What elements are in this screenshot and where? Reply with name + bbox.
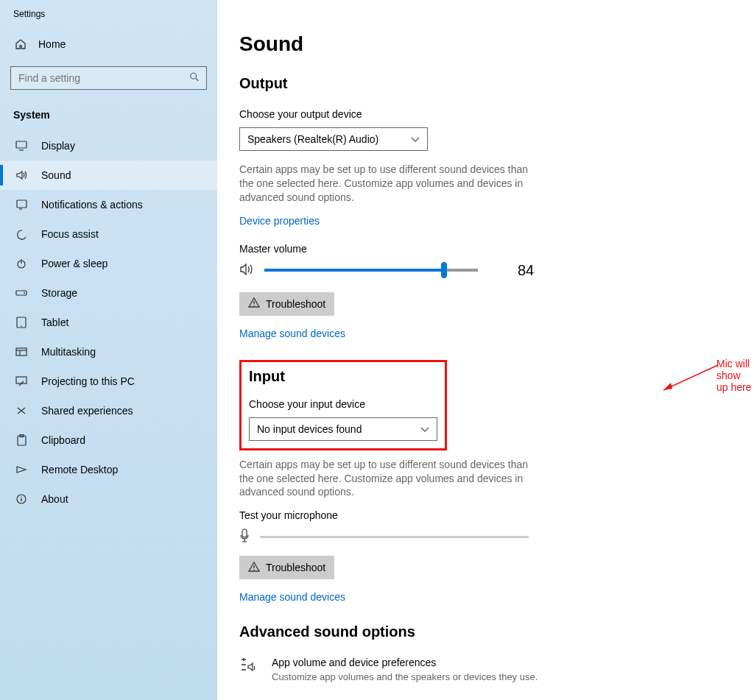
output-device-properties-link[interactable]: Device properties: [239, 215, 754, 227]
nav-item-label: Focus assist: [41, 228, 99, 240]
display-icon: [15, 141, 28, 151]
sidebar: Settings Home System Display Sound Notif…: [0, 0, 217, 700]
nav-item-label: Sound: [41, 169, 71, 181]
input-device-dropdown[interactable]: No input devices found: [249, 417, 437, 441]
tablet-icon: [15, 317, 28, 328]
shared-icon: [15, 406, 28, 416]
input-manage-devices-link[interactable]: Manage sound devices: [239, 591, 754, 603]
notifications-icon: [15, 199, 28, 210]
nav-item-label: Clipboard: [41, 434, 85, 446]
svg-rect-22: [242, 529, 247, 537]
input-choose-label: Choose your input device: [249, 398, 437, 410]
output-manage-devices-link[interactable]: Manage sound devices: [239, 328, 754, 339]
home-icon: [15, 38, 27, 50]
svg-point-19: [21, 496, 22, 498]
nav-focus-assist[interactable]: Focus assist: [0, 219, 217, 249]
input-section-highlighted: Input Choose your input device No input …: [239, 360, 447, 450]
app-volume-preferences-row[interactable]: App volume and device preferences Custom…: [239, 657, 754, 682]
svg-marker-26: [663, 383, 672, 390]
about-icon: [15, 494, 28, 504]
output-section-title: Output: [239, 75, 754, 92]
svg-rect-14: [16, 377, 27, 383]
button-label: Troubleshoot: [266, 562, 325, 573]
output-helper-text: Certain apps may be set up to use differ…: [239, 163, 541, 205]
output-troubleshoot-button[interactable]: Troubleshoot: [239, 292, 334, 316]
output-choose-label: Choose your output device: [239, 108, 754, 120]
svg-point-0: [191, 73, 197, 79]
warning-icon: [248, 562, 260, 574]
master-volume-slider[interactable]: [264, 269, 478, 272]
nav-tablet[interactable]: Tablet: [0, 308, 217, 337]
output-device-value: Speakers (Realtek(R) Audio): [247, 133, 378, 145]
chevron-down-icon: [420, 423, 429, 435]
input-troubleshoot-button[interactable]: Troubleshoot: [239, 556, 334, 579]
button-label: Troubleshoot: [266, 298, 325, 310]
svg-point-24: [253, 569, 255, 570]
clipboard-icon: [15, 434, 28, 446]
sound-icon: [15, 170, 28, 180]
window-title: Settings: [0, 9, 217, 32]
svg-rect-4: [17, 200, 27, 208]
remote-desktop-icon: [15, 465, 28, 474]
svg-point-8: [24, 292, 25, 294]
nav-item-label: Tablet: [41, 317, 68, 328]
advanced-section-title: Advanced sound options: [239, 623, 754, 640]
nav-item-label: Power & sleep: [41, 258, 108, 269]
nav-home-label: Home: [38, 38, 66, 50]
warning-icon: [248, 297, 260, 310]
svg-rect-2: [16, 141, 27, 148]
nav-item-label: Shared experiences: [41, 405, 133, 417]
annotation-text: Mic will show up here: [716, 358, 754, 393]
svg-line-1: [196, 78, 199, 81]
main-content: Sound Output Choose your output device S…: [217, 0, 754, 700]
nav-storage[interactable]: Storage: [0, 278, 217, 308]
nav-projecting[interactable]: Projecting to this PC: [0, 367, 217, 396]
nav-item-label: Multitasking: [41, 346, 96, 358]
svg-line-25: [663, 365, 718, 390]
input-device-value: No input devices found: [257, 423, 362, 435]
app-volume-subtitle: Customize app volumes and the speakers o…: [272, 671, 538, 682]
master-volume-label: Master volume: [239, 243, 754, 255]
microphone-icon: [239, 528, 250, 545]
focus-assist-icon: [15, 229, 28, 240]
nav-sound[interactable]: Sound: [0, 160, 217, 190]
nav-item-label: Projecting to this PC: [41, 375, 135, 387]
nav-group-label: System: [0, 90, 217, 131]
search-input[interactable]: [10, 66, 207, 90]
svg-point-21: [253, 305, 255, 306]
mic-level-bar: [260, 536, 529, 538]
projecting-icon: [15, 376, 28, 386]
input-section-title: Input: [249, 368, 437, 385]
nav-item-label: Storage: [41, 287, 77, 299]
chevron-down-icon: [411, 133, 420, 145]
nav-display[interactable]: Display: [0, 131, 217, 160]
nav-item-label: Remote Desktop: [41, 464, 118, 475]
svg-rect-11: [16, 348, 27, 356]
annotation-arrow: [658, 361, 724, 397]
nav-shared-experiences[interactable]: Shared experiences: [0, 396, 217, 425]
power-icon: [15, 258, 28, 269]
app-volume-icon: [239, 657, 257, 675]
page-title: Sound: [239, 32, 754, 56]
test-mic-label: Test your microphone: [239, 509, 754, 521]
nav-clipboard[interactable]: Clipboard: [0, 425, 217, 455]
output-device-dropdown[interactable]: Speakers (Realtek(R) Audio): [239, 127, 428, 151]
nav-item-label: Display: [41, 140, 75, 152]
nav-multitasking[interactable]: Multitasking: [0, 337, 217, 367]
app-volume-title: App volume and device preferences: [272, 657, 538, 668]
nav-item-label: About: [41, 493, 68, 505]
storage-icon: [15, 290, 28, 296]
svg-point-10: [21, 325, 22, 327]
speaker-icon[interactable]: [239, 263, 254, 278]
nav-notifications[interactable]: Notifications & actions: [0, 190, 217, 219]
master-volume-value: 84: [518, 262, 534, 279]
nav-item-label: Notifications & actions: [41, 199, 143, 211]
nav-remote-desktop[interactable]: Remote Desktop: [0, 455, 217, 484]
search-icon: [189, 72, 200, 85]
nav-about[interactable]: About: [0, 484, 217, 514]
nav-home[interactable]: Home: [0, 32, 217, 56]
input-helper-text: Certain apps may be set up to use differ…: [239, 458, 541, 500]
nav-power-sleep[interactable]: Power & sleep: [0, 249, 217, 278]
multitasking-icon: [15, 347, 28, 356]
